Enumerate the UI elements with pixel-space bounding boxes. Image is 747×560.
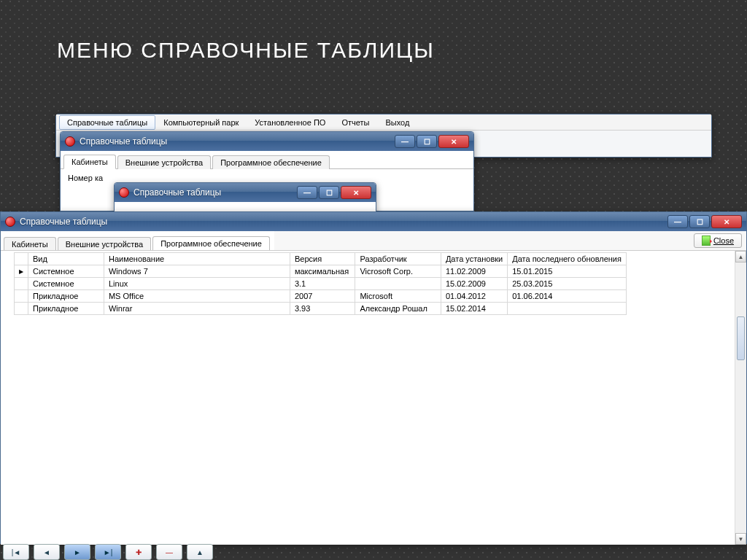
maximize-button[interactable]: ☐ bbox=[689, 215, 710, 228]
maximize-button[interactable]: ☐ bbox=[319, 186, 339, 199]
table-row[interactable]: СистемноеLinux3.115.02.200925.03.2015 bbox=[15, 278, 627, 290]
row-selector[interactable] bbox=[15, 265, 28, 278]
tab-ext-devices-a[interactable]: Внешние устройства bbox=[117, 155, 211, 169]
cell-version: 2007 bbox=[290, 290, 355, 303]
window-title-front: Справочные таблицы bbox=[20, 217, 667, 227]
cell-type: Прикладное bbox=[28, 303, 104, 315]
software-grid[interactable]: Вид Наименование Версия Разработчик Дата… bbox=[14, 252, 627, 315]
cell-install-date: 01.04.2012 bbox=[441, 290, 507, 303]
nav-delete-button[interactable]: — bbox=[156, 544, 182, 560]
cabinet-number-label: Номер ка bbox=[68, 174, 103, 182]
menu-computer-park[interactable]: Компьютерный парк bbox=[155, 115, 247, 130]
tab-software[interactable]: Программное обеспечение bbox=[152, 236, 270, 251]
door-exit-icon bbox=[702, 236, 711, 246]
col-update-date[interactable]: Дата последнего обновления bbox=[508, 253, 627, 265]
cell-update-date: 15.01.2015 bbox=[508, 265, 627, 278]
close-form-label: Close bbox=[713, 236, 734, 245]
nav-edit-button[interactable]: ▲ bbox=[187, 544, 213, 560]
vertical-scrollbar[interactable]: ▲ ▼ bbox=[735, 251, 746, 545]
cell-developer: Vicrosoft Corp. bbox=[355, 265, 441, 278]
col-type[interactable]: Вид bbox=[28, 253, 104, 265]
row-selector[interactable] bbox=[15, 278, 28, 290]
scroll-up-button[interactable]: ▲ bbox=[735, 251, 746, 262]
minimize-button[interactable]: — bbox=[667, 215, 688, 228]
tabs-a: Кабинеты Внешние устройства Программное … bbox=[61, 151, 473, 169]
tab-ext-devices[interactable]: Внешние устройства bbox=[58, 237, 151, 251]
tab-cabinets-a[interactable]: Кабинеты bbox=[63, 155, 116, 169]
slide-title: МЕНЮ СПРАВОЧНЫЕ ТАБЛИЦЫ bbox=[57, 38, 435, 63]
app-icon bbox=[119, 187, 129, 198]
cell-name: Windows 7 bbox=[104, 265, 290, 278]
scroll-thumb[interactable] bbox=[737, 316, 745, 360]
window-title-b: Справочные таблицы bbox=[133, 187, 297, 198]
cell-developer: Microsoft bbox=[355, 290, 441, 303]
cell-update-date bbox=[508, 303, 627, 315]
ref-tables-window-front: Справочные таблицы — ☐ ✕ Кабинеты Внешни… bbox=[0, 211, 747, 544]
main-menubar: Справочные таблицы Компьютерный парк Уст… bbox=[56, 114, 711, 131]
tab-cabinets[interactable]: Кабинеты bbox=[4, 237, 56, 251]
minimize-button[interactable]: — bbox=[297, 186, 317, 199]
cell-install-date: 15.02.2014 bbox=[441, 303, 507, 315]
table-row[interactable]: ПрикладноеMS Office2007Microsoft01.04.20… bbox=[15, 290, 627, 303]
maximize-button[interactable]: ☐ bbox=[417, 135, 437, 148]
cell-name: MS Office bbox=[104, 290, 290, 303]
titlebar-front[interactable]: Справочные таблицы — ☐ ✕ bbox=[1, 212, 746, 231]
record-navigator: |◄ ◄ ► ►| ✚ — ▲ bbox=[3, 544, 213, 560]
menu-ref-tables[interactable]: Справочные таблицы bbox=[59, 115, 155, 130]
nav-add-button[interactable]: ✚ bbox=[125, 544, 152, 560]
cell-version: 3.93 bbox=[290, 303, 355, 315]
cell-version: максимальная bbox=[290, 265, 355, 278]
table-row[interactable]: СистемноеWindows 7максимальнаяVicrosoft … bbox=[15, 265, 627, 278]
grid-area: Вид Наименование Версия Разработчик Дата… bbox=[1, 250, 746, 545]
titlebar-a[interactable]: Справочные таблицы — ☐ ✕ bbox=[61, 132, 473, 151]
col-name[interactable]: Наименование bbox=[104, 253, 290, 265]
col-install-date[interactable]: Дата установки bbox=[441, 253, 507, 265]
front-toolbar: Кабинеты Внешние устройства Программное … bbox=[1, 231, 746, 250]
close-form-button[interactable]: Close bbox=[694, 233, 742, 248]
menu-exit[interactable]: Выход bbox=[377, 115, 417, 130]
cell-developer bbox=[355, 278, 441, 290]
row-selector[interactable] bbox=[15, 303, 28, 315]
col-developer[interactable]: Разработчик bbox=[355, 253, 441, 265]
row-selector-header bbox=[15, 253, 28, 265]
close-button[interactable]: ✕ bbox=[341, 186, 371, 199]
cell-update-date: 25.03.2015 bbox=[508, 278, 627, 290]
cell-name: Winrar bbox=[104, 303, 290, 315]
app-icon bbox=[5, 217, 15, 227]
col-version[interactable]: Версия bbox=[290, 253, 355, 265]
cell-name: Linux bbox=[104, 278, 290, 290]
close-button[interactable]: ✕ bbox=[711, 215, 742, 228]
nav-last-button[interactable]: ►| bbox=[95, 544, 121, 560]
nav-first-button[interactable]: |◄ bbox=[3, 544, 29, 560]
cell-update-date: 01.06.2014 bbox=[508, 290, 627, 303]
cell-type: Системное bbox=[28, 265, 104, 278]
cell-install-date: 11.02.2009 bbox=[441, 265, 507, 278]
grid-header-row: Вид Наименование Версия Разработчик Дата… bbox=[15, 253, 627, 265]
cell-version: 3.1 bbox=[290, 278, 355, 290]
cell-install-date: 15.02.2009 bbox=[441, 278, 507, 290]
menu-installed-sw[interactable]: Установленное ПО bbox=[247, 115, 333, 130]
scroll-down-button[interactable]: ▼ bbox=[735, 533, 746, 545]
nav-prev-button[interactable]: ◄ bbox=[34, 544, 60, 560]
table-row[interactable]: ПрикладноеWinrar3.93Александр Рошал15.02… bbox=[15, 303, 627, 315]
cell-developer: Александр Рошал bbox=[355, 303, 441, 315]
titlebar-b[interactable]: Справочные таблицы — ☐ ✕ bbox=[115, 183, 376, 202]
row-selector[interactable] bbox=[15, 290, 28, 303]
close-button[interactable]: ✕ bbox=[438, 135, 469, 148]
menu-reports[interactable]: Отчеты bbox=[333, 115, 377, 130]
cell-type: Прикладное bbox=[28, 290, 104, 303]
nav-next-button[interactable]: ► bbox=[64, 544, 90, 560]
tab-software-a[interactable]: Программное обеспечение bbox=[212, 155, 330, 169]
cell-type: Системное bbox=[28, 278, 104, 290]
minimize-button[interactable]: — bbox=[395, 135, 415, 148]
window-title-a: Справочные таблицы bbox=[80, 136, 395, 147]
app-icon bbox=[65, 136, 75, 147]
